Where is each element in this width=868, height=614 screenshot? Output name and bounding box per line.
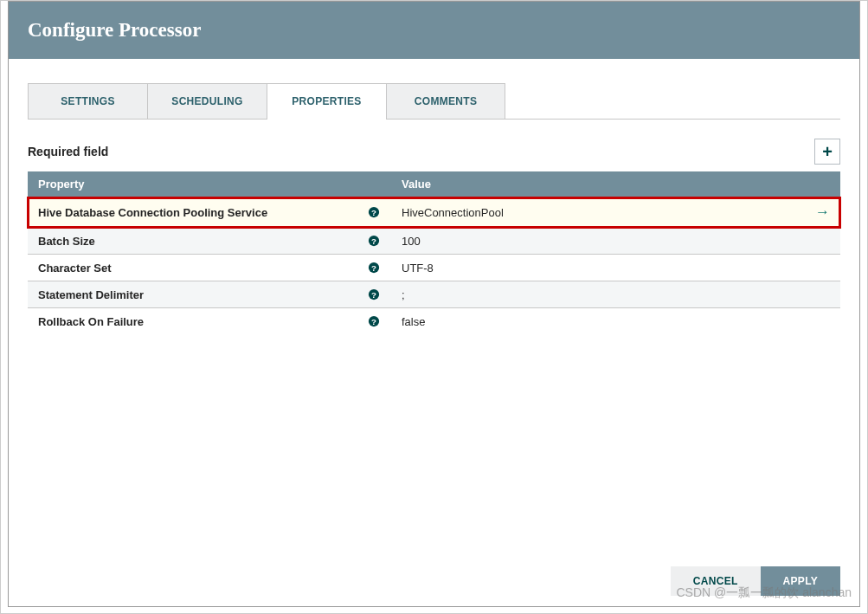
table-header-row: Property Value: [28, 171, 840, 197]
property-cell[interactable]: Statement Delimiter?: [28, 281, 391, 308]
cancel-button[interactable]: CANCEL: [671, 566, 761, 596]
help-icon[interactable]: ?: [367, 205, 381, 219]
dialog-body: SETTINGSSCHEDULINGPROPERTIESCOMMENTS Req…: [9, 59, 859, 551]
dialog-footer: CANCEL APPLY: [9, 551, 859, 606]
property-cell[interactable]: Character Set?: [28, 255, 391, 281]
row-action-cell: [795, 308, 840, 335]
column-header-value: Value: [391, 171, 795, 197]
property-cell[interactable]: Batch Size?: [28, 228, 391, 255]
column-header-actions: [795, 171, 840, 197]
property-cell[interactable]: Hive Database Connection Pooling Service…: [28, 197, 391, 228]
help-icon[interactable]: ?: [367, 261, 381, 275]
table-row: Character Set?UTF-8: [28, 255, 840, 281]
configure-processor-dialog: Configure Processor SETTINGSSCHEDULINGPR…: [8, 1, 860, 607]
tab-scheduling[interactable]: SCHEDULING: [147, 83, 267, 119]
property-name: Character Set: [38, 262, 112, 275]
properties-table: Property Value Hive Database Connection …: [28, 171, 840, 334]
tab-comments[interactable]: COMMENTS: [386, 83, 505, 119]
apply-button[interactable]: APPLY: [761, 566, 840, 596]
value-cell[interactable]: HiveConnectionPool: [391, 197, 795, 228]
row-action-cell: [795, 255, 840, 281]
property-name: Rollback On Failure: [38, 315, 144, 328]
svg-text:?: ?: [371, 208, 376, 217]
value-cell[interactable]: 100: [391, 228, 795, 255]
table-row: Rollback On Failure?false: [28, 308, 840, 335]
table-row: Statement Delimiter?;: [28, 281, 840, 308]
svg-text:?: ?: [371, 263, 376, 273]
property-cell[interactable]: Rollback On Failure?: [28, 308, 391, 335]
tabs: SETTINGSSCHEDULINGPROPERTIESCOMMENTS: [28, 83, 840, 120]
dialog-title: Configure Processor: [9, 2, 859, 59]
property-name: Hive Database Connection Pooling Service: [38, 206, 267, 219]
required-field-label: Required field: [28, 145, 108, 158]
row-action-cell: [795, 281, 840, 308]
help-icon[interactable]: ?: [367, 288, 381, 301]
goto-service-icon[interactable]: →: [815, 204, 830, 220]
required-field-row: Required field +: [28, 139, 840, 165]
table-body: Hive Database Connection Pooling Service…: [28, 197, 840, 335]
help-icon[interactable]: ?: [367, 314, 381, 328]
value-cell[interactable]: UTF-8: [391, 255, 795, 281]
property-name: Batch Size: [38, 235, 95, 248]
row-action-cell: [795, 228, 840, 255]
table-row: Hive Database Connection Pooling Service…: [28, 197, 840, 228]
add-property-button[interactable]: +: [814, 139, 840, 165]
table-row: Batch Size?100: [28, 228, 840, 255]
svg-text:?: ?: [371, 236, 376, 246]
value-cell[interactable]: false: [391, 308, 795, 335]
tab-settings[interactable]: SETTINGS: [28, 83, 147, 119]
column-header-property: Property: [28, 171, 391, 197]
tab-properties[interactable]: PROPERTIES: [267, 83, 386, 119]
help-icon[interactable]: ?: [367, 234, 381, 248]
row-action-cell[interactable]: →: [795, 197, 840, 228]
value-cell[interactable]: ;: [391, 281, 795, 308]
property-name: Statement Delimiter: [38, 288, 144, 301]
svg-text:?: ?: [371, 290, 376, 300]
svg-text:?: ?: [371, 317, 376, 326]
